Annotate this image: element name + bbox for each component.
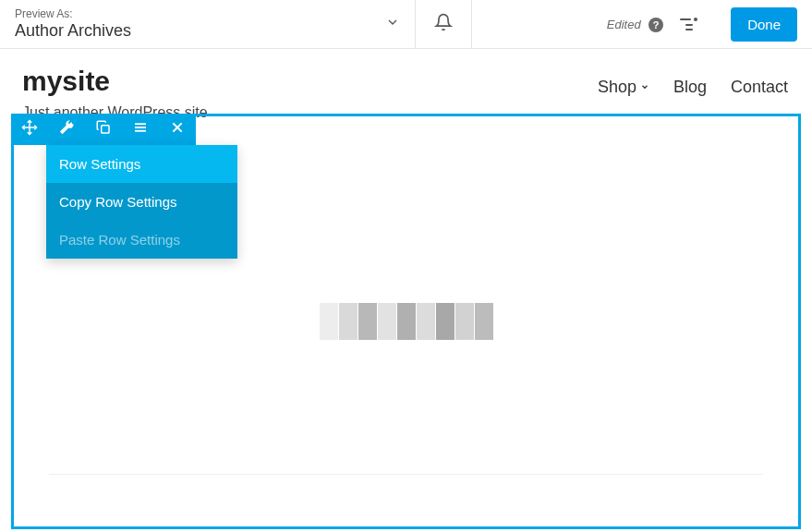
top-bar: Preview As: Author Archives Edited ? Don… xyxy=(0,0,812,49)
nav-item-shop[interactable]: Shop xyxy=(598,78,649,97)
remove-row-button[interactable] xyxy=(159,114,196,145)
redacted-content xyxy=(320,303,493,340)
site-title[interactable]: mysite xyxy=(22,66,110,97)
bell-icon xyxy=(434,13,453,35)
done-button[interactable]: Done xyxy=(731,7,797,42)
separator xyxy=(49,474,763,475)
wrench-icon xyxy=(58,119,75,139)
outline-panel-button[interactable] xyxy=(680,18,697,30)
nav-item-blog[interactable]: Blog xyxy=(673,78,707,97)
move-icon xyxy=(21,119,38,139)
chevron-down-icon xyxy=(385,15,400,33)
menu-copy-row-settings[interactable]: Copy Row Settings xyxy=(46,183,237,221)
help-icon[interactable]: ? xyxy=(648,18,663,32)
svg-rect-2 xyxy=(102,126,109,133)
editor-canvas[interactable]: Row Settings Copy Row Settings Paste Row… xyxy=(11,114,801,529)
close-icon xyxy=(170,120,185,139)
preview-label: Preview As: xyxy=(15,7,131,20)
site-nav: Shop Blog Contact xyxy=(598,78,788,97)
menu-paste-row-settings: Paste Row Settings xyxy=(46,221,237,259)
row-actions-menu: Row Settings Copy Row Settings Paste Row… xyxy=(46,145,237,259)
copy-icon xyxy=(95,119,112,139)
nav-item-contact[interactable]: Contact xyxy=(731,78,788,97)
site-header: mysite Shop Blog Contact xyxy=(0,49,812,104)
chevron-down-icon xyxy=(640,82,649,93)
menu-row-settings[interactable]: Row Settings xyxy=(46,145,237,183)
row-actions-button[interactable] xyxy=(122,114,159,145)
row-settings-button[interactable] xyxy=(48,114,85,145)
preview-as-selector[interactable]: Preview As: Author Archives xyxy=(0,0,416,48)
hamburger-icon xyxy=(132,119,149,139)
row-toolbar: Row Settings Copy Row Settings Paste Row… xyxy=(11,114,196,145)
list-outline-icon xyxy=(680,18,697,30)
edited-status: Edited ? xyxy=(607,16,663,32)
move-row-button[interactable] xyxy=(11,114,48,145)
preview-value: Author Archives xyxy=(15,21,131,41)
duplicate-row-button[interactable] xyxy=(85,114,122,145)
notifications-button[interactable] xyxy=(416,0,472,48)
